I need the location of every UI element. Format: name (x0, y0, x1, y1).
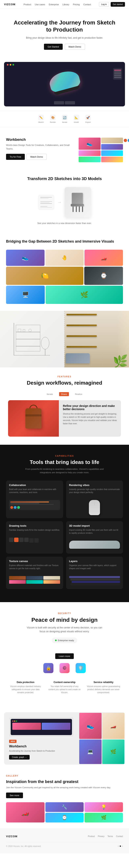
collab-bar (10, 502, 49, 502)
nav-link-contact[interactable]: Contact (83, 3, 91, 6)
mockup-action-btn[interactable] (54, 101, 64, 104)
transform-description: See your sketches in a new dimension fas… (34, 222, 95, 225)
nav-link-library[interactable]: Library (62, 3, 69, 6)
peace-learn-button[interactable]: Learn more (55, 653, 74, 659)
wb-promo-img-1: 👟 (79, 713, 101, 739)
tool-drawing: Drawing tools Familiar drawing tools fit… (6, 521, 63, 554)
tool-3d-title: 3D model import (69, 524, 120, 527)
window-minimize-dot (10, 64, 11, 66)
get-started-button[interactable]: Get started (111, 2, 125, 7)
sketch-icon: ✏️ (38, 115, 44, 120)
sketch-line (40, 202, 50, 203)
footer-link-privacy[interactable]: Privacy (98, 835, 104, 837)
car-visual (69, 540, 120, 549)
tab-realize[interactable]: Realize (73, 392, 84, 396)
insp-item-4: ⌚ (45, 813, 84, 823)
footer-logo: VIZCOM (6, 835, 17, 838)
window-close-dot (7, 64, 8, 66)
workbench-demo-button[interactable]: Watch Demo (27, 154, 47, 160)
workbench-try-button[interactable]: Try for Free (6, 154, 25, 160)
workbench-promo-section: NEW Workbench Accelerating the Journey f… (4, 712, 125, 765)
wb-promo-button[interactable]: Create, graph → (9, 755, 30, 760)
chair-shape (72, 193, 84, 212)
chair-legs (72, 206, 84, 212)
pagination-dot-3[interactable] (122, 845, 123, 847)
login-button[interactable]: Log in (99, 2, 109, 7)
tab-iterate[interactable]: Iterate (45, 392, 55, 396)
texture-5 (26, 580, 43, 584)
wb-promo-img-3: 💻 (79, 740, 101, 764)
security-icon-2: © (59, 663, 70, 675)
feature-export-label: Export (85, 121, 91, 123)
footer-bottom: © 2024 Vizcom, Inc. All rights reserved. (6, 842, 123, 847)
security-icons: 🔒 © 🛡️ (8, 663, 121, 675)
wb-thumb-1 (12, 723, 41, 730)
insp-grid: 🏎️ 🔧 💡 ⌚ 🌿 (6, 802, 123, 823)
features-row: ✏️ Sketch 🎨 Render 🔄 Iterate 📐 Model 🚀 E… (0, 111, 129, 127)
tools-section: CAPABILITIES Tools that bring ideas to l… (0, 445, 129, 602)
chair-3d-visual (65, 187, 91, 218)
iterate-icon: 🔄 (62, 115, 68, 120)
tab-share[interactable]: Share (59, 392, 69, 396)
mockup-bottom (54, 101, 75, 104)
chair-back (72, 193, 83, 204)
workflow-card-title: Refine your design direction and make be… (63, 404, 117, 411)
feature-render: 🎨 Render (50, 115, 56, 123)
room-photo: 🌿 (64, 311, 129, 367)
tool-collab-desc: Build with your team and collaborate in … (9, 488, 60, 494)
tool-3d-desc: Import existing 3D model files and use t… (69, 528, 120, 534)
workflow-card-image (8, 400, 59, 437)
sketch-lines (40, 197, 52, 208)
hero-start-button[interactable]: Get Started (44, 44, 62, 50)
hero-mockup (4, 62, 125, 106)
gallery-item-6: 🖥️ (6, 286, 45, 304)
badge-status-dot (55, 640, 57, 641)
hero-shoe-visual (48, 72, 81, 96)
room-sketch-inner (12, 319, 52, 359)
tool-draw-desc: Familiar drawing tools fit for the moder… (9, 528, 60, 531)
collab-avatars (10, 506, 59, 509)
footer-link-terms[interactable]: Terms (108, 835, 113, 837)
wb-screenshot-inner (11, 719, 72, 735)
texture-grid (9, 576, 60, 584)
wb-thumb-2 (42, 723, 70, 730)
draw-tool-1 (9, 537, 13, 542)
workflow-card: Refine your design direction and make be… (8, 400, 121, 437)
peace-content-ownership: Content ownership You retain full owners… (47, 681, 82, 698)
nav-link-enterprise[interactable]: Enterprise (49, 3, 59, 6)
hero-buttons: Get Started Watch Demo (12, 44, 117, 50)
tool-3d: 3D model import Import existing 3D model… (66, 521, 123, 554)
security-icon-1: 🔒 (43, 663, 53, 675)
dot-g (16, 720, 17, 722)
chair-leg (73, 206, 74, 212)
workbench-section: Workbench World-class Design Tools for C… (0, 131, 129, 168)
dot-r (12, 720, 13, 722)
wb-image-3 (79, 150, 100, 156)
pagination-dot-2[interactable] (120, 845, 121, 847)
nav-link-usecases[interactable]: Use cases (35, 3, 45, 6)
insp-see-more-button[interactable]: See more (6, 793, 23, 798)
wb-image-4 (101, 150, 123, 156)
tool-texture: Texture canvas Explore different materia… (6, 557, 63, 589)
peace-title: Peace of mind by design (8, 617, 121, 623)
avatar-3 (17, 506, 20, 509)
shelf-top (67, 314, 97, 315)
footer-link-product[interactable]: Product (88, 835, 95, 837)
nav-link-pricing[interactable]: Pricing (73, 3, 80, 6)
hero-demo-button[interactable]: Watch Demo (65, 44, 85, 50)
nav-link-product[interactable]: Product (24, 3, 31, 6)
sketch-line (40, 207, 52, 208)
swatch-blue (128, 139, 129, 142)
wb-promo-grid: 👟 🏎️ 💻 🌿 (79, 712, 125, 765)
peace-item-2-desc: You retain full ownership of any content… (47, 685, 82, 694)
peace-label: SECURITY (8, 612, 121, 615)
tool-texture-title: Texture canvas (9, 560, 60, 563)
tool-render-desc: Instantly generate high-quality renders … (69, 488, 120, 494)
mockup-action-btn[interactable] (65, 101, 75, 104)
texture-2 (26, 576, 43, 580)
footer-link-contact[interactable]: Contact (116, 835, 123, 837)
side-panel-item (114, 71, 121, 73)
footer-copyright: © 2024 Vizcom, Inc. All rights reserved. (6, 845, 41, 847)
pagination-dot-1[interactable] (118, 845, 119, 847)
sofa (66, 353, 90, 363)
